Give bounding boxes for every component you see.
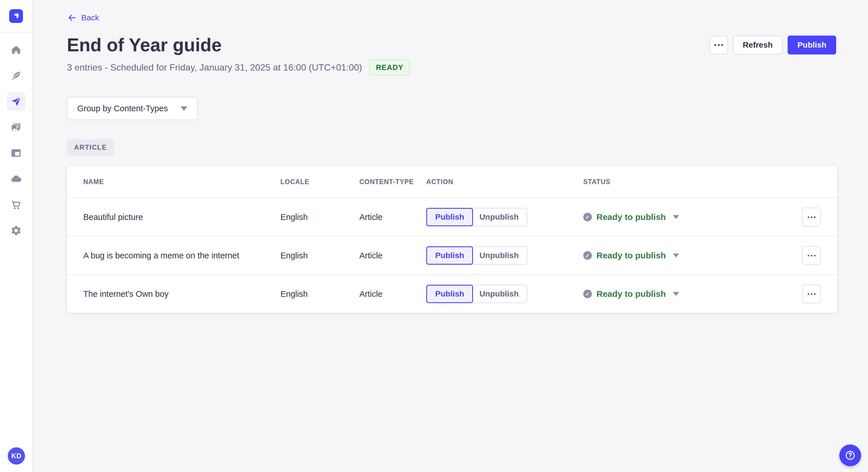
entry-status-button[interactable]: ✓ Ready to publish: [583, 250, 679, 260]
sidebar: KD: [0, 0, 33, 472]
arrow-left-icon: [67, 12, 77, 23]
sidebar-item-content[interactable]: [7, 67, 25, 85]
action-segmented-control: Publish Unpublish: [426, 246, 527, 265]
unpublish-toggle-button[interactable]: Unpublish: [471, 285, 527, 303]
question-mark-icon: [844, 450, 856, 461]
cart-icon: [10, 199, 22, 210]
table-row: The internet's Own boy English Article P…: [67, 274, 837, 313]
action-segmented-control: Publish Unpublish: [426, 285, 527, 303]
entry-name: A bug is becoming a meme on the internet: [83, 251, 280, 260]
sidebar-nav: [7, 41, 25, 240]
table-row: Beautiful picture English Article Publis…: [67, 198, 837, 236]
main-content: Back End of Year guide 3 entries - Sched…: [33, 0, 868, 472]
cloud-icon: [10, 173, 22, 185]
entry-action-cell: Publish Unpublish: [426, 246, 583, 265]
entries-table-card: NAME LOCALE CONTENT-TYPE ACTION STATUS B…: [67, 166, 837, 313]
ellipsis-icon: [714, 44, 723, 46]
back-link[interactable]: Back: [67, 12, 99, 23]
row-more-button[interactable]: [802, 208, 821, 227]
entry-locale: English: [280, 212, 360, 222]
unpublish-toggle-button[interactable]: Unpublish: [471, 208, 527, 226]
chevron-down-icon: [181, 106, 187, 111]
sidebar-item-home[interactable]: [7, 41, 25, 59]
release-more-button[interactable]: [710, 36, 728, 54]
column-header-name: NAME: [83, 178, 280, 186]
group-by-label: Group by Content-Types: [77, 104, 168, 113]
chevron-down-icon: [673, 254, 679, 258]
entry-action-cell: Publish Unpublish: [426, 208, 583, 226]
sidebar-item-releases[interactable]: [7, 92, 25, 111]
sidebar-divider: [0, 32, 32, 33]
strapi-logo-icon: [11, 11, 21, 21]
check-circle-icon: ✓: [583, 213, 592, 222]
entry-status-cell: ✓ Ready to publish: [583, 250, 802, 260]
row-more-button[interactable]: [802, 246, 821, 265]
refresh-button[interactable]: Refresh: [733, 36, 782, 55]
avatar[interactable]: KD: [8, 447, 25, 465]
entry-action-cell: Publish Unpublish: [426, 285, 583, 303]
entry-status-label: Ready to publish: [596, 289, 666, 299]
media-library-icon: [10, 122, 22, 133]
entry-status-button[interactable]: ✓ Ready to publish: [583, 212, 679, 222]
feather-icon: [10, 70, 22, 81]
gear-icon: [10, 225, 22, 236]
check-circle-icon: ✓: [583, 290, 592, 298]
entry-name: Beautiful picture: [83, 212, 280, 222]
entry-content-type: Article: [360, 212, 426, 222]
ellipsis-icon: [808, 255, 815, 256]
layout-icon: [10, 147, 22, 159]
check-circle-icon: ✓: [583, 251, 592, 260]
column-header-locale: LOCALE: [280, 178, 360, 186]
column-header-action: ACTION: [426, 178, 583, 186]
strapi-logo[interactable]: [9, 9, 23, 23]
sidebar-item-media-library[interactable]: [7, 118, 25, 136]
publish-toggle-button[interactable]: Publish: [426, 246, 473, 265]
group-by-select[interactable]: Group by Content-Types: [67, 97, 198, 120]
entry-content-type: Article: [360, 251, 426, 260]
entry-status-cell: ✓ Ready to publish: [583, 212, 802, 222]
page-title: End of Year guide: [67, 34, 410, 56]
table-row: A bug is becoming a meme on the internet…: [67, 236, 837, 274]
entry-name: The internet's Own boy: [83, 289, 280, 299]
help-button[interactable]: [839, 444, 861, 466]
release-subtitle: 3 entries - Scheduled for Friday, Januar…: [67, 62, 362, 73]
paper-plane-icon: [10, 96, 22, 107]
table-header-row: NAME LOCALE CONTENT-TYPE ACTION STATUS: [67, 166, 837, 198]
column-header-content-type: CONTENT-TYPE: [360, 178, 426, 186]
entry-status-label: Ready to publish: [596, 250, 666, 260]
status-badge: READY: [369, 60, 410, 75]
home-icon: [10, 44, 22, 56]
ellipsis-icon: [808, 293, 815, 295]
sidebar-item-cloud[interactable]: [7, 170, 25, 188]
column-header-status: STATUS: [583, 178, 802, 186]
entry-status-label: Ready to publish: [596, 212, 666, 222]
chevron-down-icon: [673, 215, 679, 219]
row-more-button[interactable]: [802, 284, 821, 303]
content-type-group-badge: ARTICLE: [67, 139, 114, 156]
sidebar-item-marketplace[interactable]: [7, 196, 25, 214]
entry-locale: English: [280, 289, 360, 299]
sidebar-item-content-type-builder[interactable]: [7, 144, 25, 162]
publish-toggle-button[interactable]: Publish: [426, 208, 473, 226]
header-left: End of Year guide 3 entries - Scheduled …: [67, 34, 410, 75]
entry-locale: English: [280, 251, 360, 260]
entry-status-cell: ✓ Ready to publish: [583, 289, 802, 299]
chevron-down-icon: [673, 292, 679, 296]
publish-release-button[interactable]: Publish: [787, 36, 836, 55]
sidebar-item-settings[interactable]: [7, 222, 25, 240]
back-label: Back: [81, 13, 99, 22]
header-actions: Refresh Publish: [710, 36, 836, 55]
unpublish-toggle-button[interactable]: Unpublish: [471, 246, 527, 265]
action-segmented-control: Publish Unpublish: [426, 208, 527, 226]
publish-toggle-button[interactable]: Publish: [426, 285, 473, 303]
ellipsis-icon: [808, 216, 815, 218]
entry-status-button[interactable]: ✓ Ready to publish: [583, 289, 679, 299]
entry-content-type: Article: [360, 289, 426, 299]
